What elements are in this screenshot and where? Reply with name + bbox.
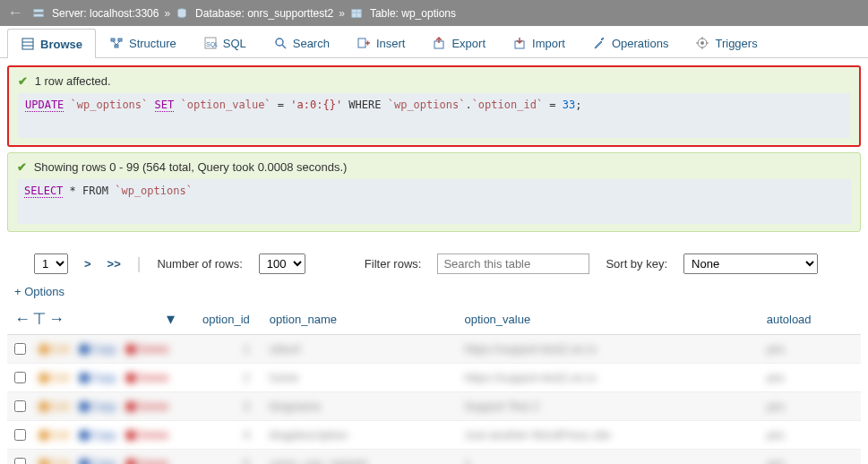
svg-rect-18 — [358, 39, 365, 47]
cell-autoload: yes — [767, 371, 785, 384]
edit-link[interactable]: Edit — [39, 429, 70, 442]
affected-rows-message: ✔ 1 row affected. UPDATE `wp_options` SE… — [7, 65, 861, 147]
browse-icon — [21, 37, 35, 51]
col-autoload[interactable]: autoload — [760, 304, 861, 335]
sql-icon: SQL — [203, 36, 218, 50]
back-arrow-icon[interactable]: ← — [7, 4, 23, 22]
num-rows-select[interactable]: 100 — [259, 253, 305, 274]
cell-autoload: yes — [767, 428, 785, 442]
tab-triggers[interactable]: Triggers — [682, 28, 770, 57]
delete-link[interactable]: Delete — [125, 429, 169, 442]
import-icon — [512, 36, 527, 50]
triggers-icon — [695, 36, 709, 50]
svg-rect-9 — [111, 39, 115, 41]
delete-link[interactable]: Delete — [125, 458, 169, 465]
tab-search[interactable]: Search — [260, 28, 343, 57]
tab-sql[interactable]: SQLSQL — [190, 28, 260, 57]
copy-link[interactable]: Copy — [79, 400, 116, 413]
cell-option-id: 5 — [244, 457, 250, 464]
delete-link[interactable]: Delete — [125, 400, 169, 413]
cell-option-name: home — [270, 371, 299, 384]
row-checkbox[interactable] — [14, 372, 26, 383]
tab-browse[interactable]: Browse — [7, 29, 96, 58]
breadcrumb-server[interactable]: Server: localhost:3306 — [52, 7, 159, 20]
breadcrumb-sep: » — [164, 7, 170, 20]
cell-option-name: blogdescription — [270, 428, 348, 442]
operations-icon — [592, 36, 606, 50]
col-option-value[interactable]: option_value — [457, 304, 759, 335]
row-checkbox[interactable] — [14, 343, 26, 355]
cell-option-value: Just another WordPress site — [464, 428, 610, 442]
search-icon — [273, 36, 288, 50]
table-row: EditCopyDelete4blogdescriptionJust anoth… — [7, 421, 861, 450]
cell-autoload: yes — [767, 457, 785, 464]
message-text: Showing rows 0 - 99 (564 total, Query to… — [34, 160, 348, 174]
svg-line-12 — [113, 41, 116, 45]
svg-rect-1 — [34, 13, 44, 16]
next-page-button[interactable]: > — [84, 257, 91, 271]
tab-export[interactable]: Export — [418, 28, 499, 57]
message-text: 1 row affected. — [35, 74, 111, 88]
structure-icon — [109, 36, 124, 50]
filter-label: Filter rows: — [365, 257, 422, 271]
cell-autoload: yes — [767, 400, 785, 413]
check-icon: ✔ — [18, 74, 28, 88]
row-checkbox[interactable] — [14, 429, 26, 441]
row-checkbox[interactable] — [14, 458, 26, 464]
row-checkbox[interactable] — [14, 400, 26, 412]
delete-link[interactable]: Delete — [125, 372, 169, 384]
table-row: EditCopyDelete2homehttps://support-test2… — [7, 364, 861, 392]
svg-text:SQL: SQL — [206, 41, 218, 48]
sql-query-select: SELECT * FROM `wp_options` — [17, 179, 851, 202]
copy-link[interactable]: Copy — [79, 343, 116, 356]
page-select[interactable]: 1 — [34, 253, 68, 274]
sql-query-update: UPDATE `wp_options` SET `option_value` =… — [18, 93, 850, 116]
svg-rect-0 — [34, 9, 44, 12]
server-icon — [32, 7, 45, 20]
sort-select[interactable]: None — [683, 253, 818, 274]
cell-option-name: users_can_register — [270, 457, 369, 464]
filter-input[interactable] — [437, 253, 589, 274]
cell-option-name: siteurl — [270, 342, 301, 356]
edit-link[interactable]: Edit — [39, 343, 70, 356]
breadcrumb-table[interactable]: Table: wp_options — [370, 7, 456, 20]
col-option-name[interactable]: option_name — [262, 304, 458, 335]
options-toggle[interactable]: + Options — [7, 281, 72, 302]
pagination-controls: 1 > >> | Number of rows: 100 Filter rows… — [7, 237, 861, 281]
edit-link[interactable]: Edit — [39, 458, 70, 465]
svg-point-24 — [700, 41, 704, 45]
svg-point-16 — [276, 39, 283, 46]
tabs: Browse Structure SQLSQL Search Insert Ex… — [0, 26, 868, 58]
tab-import[interactable]: Import — [499, 28, 579, 57]
database-icon — [176, 7, 188, 20]
tab-insert[interactable]: Insert — [343, 28, 419, 57]
copy-link[interactable]: Copy — [79, 372, 116, 384]
cell-option-id: 4 — [244, 428, 250, 442]
col-option-id[interactable]: option_id — [195, 304, 262, 335]
svg-rect-6 — [22, 39, 33, 49]
cell-autoload: yes — [767, 342, 785, 356]
cell-option-id: 2 — [244, 371, 250, 384]
copy-link[interactable]: Copy — [79, 458, 116, 465]
breadcrumb: ← Server: localhost:3306 » Database: onr… — [0, 0, 868, 26]
cell-option-value: https://support-test2.on.rs — [464, 342, 596, 356]
delete-link[interactable]: Delete — [125, 343, 169, 356]
cell-option-id: 1 — [244, 342, 250, 356]
export-icon — [432, 36, 446, 50]
table-row: EditCopyDelete3blognameSupport Test 2yes — [7, 392, 861, 421]
num-rows-label: Number of rows: — [157, 257, 242, 271]
tab-operations[interactable]: Operations — [579, 28, 683, 57]
svg-rect-11 — [115, 45, 118, 47]
breadcrumb-sep: » — [339, 7, 345, 20]
copy-link[interactable]: Copy — [79, 429, 116, 442]
check-icon: ✔ — [17, 160, 27, 174]
tab-structure[interactable]: Structure — [96, 28, 190, 57]
table-row: EditCopyDelete5users_can_register1yes — [7, 450, 861, 465]
table-icon — [350, 7, 363, 20]
svg-line-13 — [116, 41, 120, 45]
row-tools-header: ←⊤→ ▾ — [7, 304, 195, 335]
edit-link[interactable]: Edit — [39, 400, 70, 413]
last-page-button[interactable]: >> — [107, 257, 121, 271]
edit-link[interactable]: Edit — [39, 372, 70, 384]
breadcrumb-database[interactable]: Database: onrs_supporttest2 — [195, 7, 333, 20]
